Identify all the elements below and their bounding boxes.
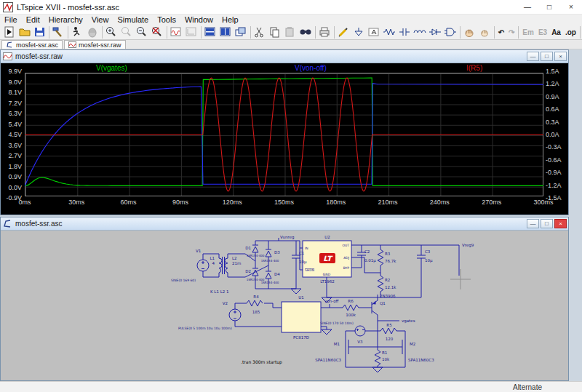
halt-icon[interactable] [85,25,100,39]
app-maximize-button[interactable]: □ [538,0,560,14]
zoom-in-icon[interactable] [104,25,119,39]
redo-icon[interactable]: ↷ [506,25,517,39]
tab-schematic[interactable]: mosfet-ssr.asc [1,40,63,49]
menu-item[interactable]: Simulate [113,15,153,24]
schematic-minimize-button[interactable]: — [527,219,539,228]
cascade-icon[interactable] [234,25,249,39]
d1-ref: D1 [245,246,251,250]
zoom-full-extents-icon[interactable] [150,25,165,39]
ground-icon[interactable] [351,25,367,39]
zoom-out-icon[interactable] [135,25,150,39]
schematic-texts: V1SINE(0 169 60)L14L221mK L1 L2 1D11SR15… [171,235,474,365]
inductor-icon[interactable] [412,25,428,39]
tab-label: mosfet-ssr.raw [79,41,121,49]
y-tick-label-right: -0.9A [546,169,568,176]
q1-ref: Q1 [380,301,386,305]
component-icon[interactable] [443,25,458,39]
c3-ref: C3 [425,249,431,254]
copy-icon[interactable] [268,25,283,39]
trace-label[interactable]: V(von-off) [295,64,327,72]
tran-directive: .tran 300m startup [241,359,282,365]
ltspice-app-icon [3,2,13,12]
toolbar-separator [494,26,495,39]
zoom-back-icon[interactable] [119,25,135,39]
waveform-minimize-button[interactable]: — [527,52,539,61]
mdi-area: mosfet-ssr.raw — □ × V(vgates)V(von-off)… [0,49,582,381]
v3-ref: V3 [357,340,363,344]
y-tick-label-left: 4.5V [1,131,23,138]
autorange-icon[interactable] [184,25,199,39]
schematic-maximize-button[interactable]: □ [541,219,553,228]
diode-icon[interactable] [428,25,443,39]
menu-item[interactable]: View [87,15,113,24]
menu-item[interactable]: Help [218,15,243,24]
trace-label[interactable]: V(vgates) [96,64,127,72]
net-label-icon[interactable] [367,25,382,39]
schematic-window-icon [3,220,12,228]
menu-item[interactable]: Tools [153,15,180,24]
print-icon[interactable] [317,25,332,39]
drag-icon[interactable] [477,25,493,39]
y-tick-label-right: -1.2A [546,182,568,189]
trace-ir5[interactable] [25,78,543,191]
open-icon[interactable] [17,25,32,39]
net-von-off: von-off [324,299,339,303]
u2-ref: U2 [324,235,330,239]
waveform-maximize-button[interactable]: □ [541,52,553,61]
x-tick-label: 270ms [470,199,514,206]
find-icon[interactable] [298,25,314,39]
schematic-canvas[interactable]: V1SINE(0 169 60)L14L221mK L1 L2 1D11SR15… [1,231,568,380]
net-vreg9: Vreg9 [462,243,474,248]
app-close-button[interactable]: × [560,0,582,14]
trace-vgates[interactable] [25,78,543,185]
x-tick-label: 0ms [3,199,47,206]
toolbar-separator [250,26,251,39]
control-panel-icon[interactable] [51,25,66,39]
run-icon[interactable] [1,25,17,39]
pc817-body[interactable] [282,302,321,332]
x-tick-label: 300ms [522,199,565,206]
c2-value: 0.01µ [364,258,376,263]
run-man-icon[interactable] [70,25,85,39]
spice-directive-icon[interactable]: .op [563,25,578,39]
u2-pin-gnd: GND [323,273,331,276]
schematic-close-button[interactable]: × [554,219,567,228]
m2-ref: M2 [410,342,415,346]
save-icon[interactable] [32,25,47,39]
toolbar-separator [460,26,461,39]
app-minimize-button[interactable]: — [517,0,538,14]
k-statement: K L1 L2 1 [210,289,228,294]
move-icon[interactable] [462,25,477,39]
menu-item[interactable]: Hierarchy [44,15,87,24]
d4-value: 1SR154-400 [261,281,279,284]
r3-ref: R3 [385,252,391,256]
y-tick-label-right: 0.3A [546,119,568,126]
text-icon[interactable]: Aa [549,25,563,39]
schematic-window-titlebar[interactable]: mosfet-ssr.asc — □ × [1,217,568,231]
edit-simulation-cmd-icon[interactable]: Em [520,25,536,39]
waveform-window-titlebar[interactable]: mosfet-ssr.raw — □ × [1,50,568,63]
plot-settings-icon[interactable] [169,25,184,39]
menu-item[interactable]: Window [180,15,218,24]
undo-icon[interactable]: ↶ [496,25,506,39]
edit-symbol-icon[interactable]: E3 [536,25,549,39]
paste-icon[interactable] [283,25,298,39]
menu-item[interactable]: File [0,15,22,24]
toolbar-separator [102,26,103,39]
waveform-plot-area[interactable]: V(vgates)V(von-off)I(R5) 9.9V9.0V8.1V7.2… [1,63,568,215]
tab-waveform[interactable]: mosfet-ssr.raw [64,40,126,49]
x-tick-label: 90ms [159,199,202,206]
cut-icon[interactable] [252,25,268,39]
waveform-close-button[interactable]: × [554,52,567,61]
tile-vertical-icon[interactable] [218,25,234,39]
capacitor-icon[interactable] [397,25,412,39]
trace-label[interactable]: I(R5) [466,64,482,72]
c1-value: 10µ [299,260,307,265]
toolbar-separator [201,26,202,39]
menu-item[interactable]: Edit [22,15,44,24]
waveform-doc-icon [68,41,76,48]
draw-icon[interactable] [336,25,351,39]
resistor-icon[interactable] [382,25,397,39]
app-title: LTspice XVII - mosfet-ssr.asc [17,3,517,12]
tile-horizontal-icon[interactable] [203,25,218,39]
